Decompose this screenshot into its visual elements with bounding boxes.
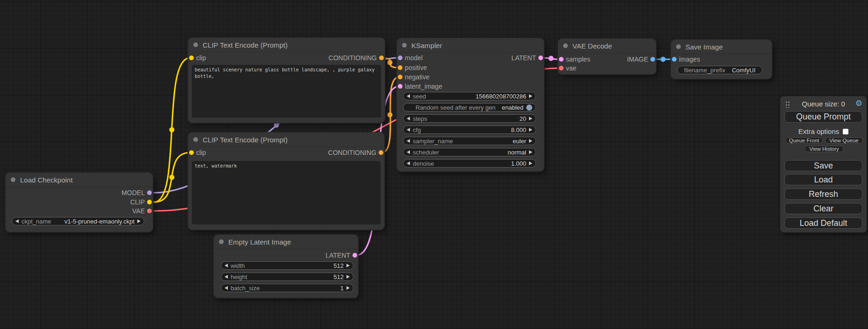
decrement-arrow-icon[interactable] (407, 128, 410, 132)
node-title-bar[interactable]: Save Image (671, 40, 772, 54)
collapse-dot-icon[interactable] (563, 43, 568, 48)
link-midpoint-dot (661, 57, 666, 62)
node-title-bar[interactable]: Load Checkpoint (6, 173, 153, 187)
toggle-knob-icon[interactable] (526, 105, 532, 111)
steps-widget[interactable]: steps 20 (403, 114, 536, 123)
increment-arrow-icon[interactable] (346, 286, 350, 290)
increment-arrow-icon[interactable] (529, 117, 532, 120)
widget-value: 512 (333, 262, 344, 269)
conditioning-output-port[interactable] (379, 56, 384, 60)
extra-options-checkbox[interactable] (843, 129, 848, 134)
increment-arrow-icon[interactable] (346, 264, 350, 267)
node-title-bar[interactable]: VAE Decode (558, 39, 656, 53)
latent-output-port[interactable] (538, 56, 543, 60)
collapse-dot-icon[interactable] (402, 43, 407, 48)
decrement-arrow-icon[interactable] (15, 219, 19, 223)
view-history-button[interactable]: View History (804, 146, 844, 152)
node-title-bar[interactable]: Empty Latent Image (214, 235, 358, 249)
link-midpoint-dot (388, 112, 393, 118)
clip-input-port[interactable] (189, 150, 194, 155)
clear-button[interactable]: Clear (784, 203, 862, 214)
increment-arrow-icon[interactable] (529, 128, 532, 132)
decrement-arrow-icon[interactable] (225, 275, 228, 279)
collapse-dot-icon[interactable] (193, 42, 198, 47)
vae-input-port[interactable] (559, 66, 564, 70)
refresh-button[interactable]: Refresh (784, 189, 862, 200)
filename-prefix-widget[interactable]: filename_prefix ComfyUI (677, 66, 762, 74)
decrement-arrow-icon[interactable] (407, 117, 410, 120)
cfg-widget[interactable]: cfg 8.000 (403, 126, 536, 134)
negative-input-port[interactable] (398, 75, 402, 79)
collapse-dot-icon[interactable] (11, 177, 15, 182)
samples-input-port[interactable] (559, 57, 564, 62)
ckpt-name-widget[interactable]: ckpt_name v1-5-pruned-emaonly.ckpt (12, 217, 144, 225)
prompt-text-widget[interactable]: text, watermark (192, 161, 381, 224)
latent-image-input-port[interactable] (398, 84, 402, 89)
decrement-arrow-icon[interactable] (225, 264, 228, 267)
node-ksampler[interactable]: KSampler model LATENT positive negative … (397, 38, 544, 171)
node-title: Save Image (685, 43, 723, 51)
decrement-arrow-icon[interactable] (407, 150, 410, 154)
collapse-dot-icon[interactable] (193, 137, 198, 142)
sampler-name-widget[interactable]: sampler_name euler (403, 137, 536, 145)
node-graph-canvas[interactable]: Load Checkpoint MODEL CLIP VAE ckpt_name… (0, 0, 868, 329)
node-load-checkpoint[interactable]: Load Checkpoint MODEL CLIP VAE ckpt_name… (6, 173, 153, 232)
collapse-dot-icon[interactable] (219, 239, 224, 244)
load-default-button[interactable]: Load Default (784, 217, 862, 229)
height-widget[interactable]: height 512 (221, 273, 353, 281)
denoise-widget[interactable]: denoise 1.000 (403, 159, 536, 168)
conditioning-output-port[interactable] (379, 150, 383, 155)
widget-value: 1 (340, 285, 344, 292)
settings-gear-icon[interactable]: ⚙ (855, 98, 862, 109)
prompt-text-widget[interactable]: beautiful scenery nature glass bottle la… (192, 65, 381, 118)
input-label-model: model (405, 54, 423, 62)
model-input-port[interactable] (398, 56, 402, 60)
decrement-arrow-icon[interactable] (407, 139, 410, 143)
collapse-dot-icon[interactable] (676, 44, 681, 49)
node-clip-text-encode-positive[interactable]: CLIP Text Encode (Prompt) clip CONDITION… (188, 38, 385, 123)
widget-label: cfg (413, 126, 421, 133)
model-output-port[interactable] (147, 190, 152, 195)
positive-input-port[interactable] (398, 65, 402, 70)
latent-output-port[interactable] (353, 253, 357, 258)
node-empty-latent-image[interactable]: Empty Latent Image LATENT width 512 heig… (214, 235, 358, 298)
save-button[interactable]: Save (784, 160, 862, 171)
scheduler-widget[interactable]: scheduler normal (403, 148, 536, 156)
node-title: Empty Latent Image (228, 238, 291, 246)
output-label-conditioning: CONDITIONING (328, 149, 376, 156)
queue-front-button[interactable]: Queue Front (785, 137, 823, 144)
node-vae-decode[interactable]: VAE Decode samples IMAGE vae (558, 39, 656, 74)
increment-arrow-icon[interactable] (346, 275, 350, 279)
increment-arrow-icon[interactable] (529, 150, 532, 154)
input-label-vae: vae (566, 64, 577, 72)
node-title: CLIP Text Encode (Prompt) (203, 136, 288, 144)
decrement-arrow-icon[interactable] (407, 161, 410, 165)
view-queue-button[interactable]: View Queue (825, 137, 863, 144)
increment-arrow-icon[interactable] (529, 139, 532, 143)
input-label-latent-image: latent_image (405, 83, 442, 90)
image-output-port[interactable] (650, 57, 655, 62)
increment-arrow-icon[interactable] (529, 94, 532, 98)
decrement-arrow-icon[interactable] (225, 286, 228, 290)
queue-prompt-button[interactable]: Queue Prompt (784, 111, 862, 123)
batch-size-widget[interactable]: batch_size 1 (221, 284, 353, 292)
load-button[interactable]: Load (784, 174, 862, 185)
increment-arrow-icon[interactable] (529, 161, 532, 165)
clip-output-port[interactable] (147, 200, 152, 204)
node-title-bar[interactable]: KSampler (397, 38, 544, 53)
node-title-bar[interactable]: CLIP Text Encode (Prompt) (188, 38, 385, 52)
queue-size-label: Queue size: 0 (780, 100, 867, 108)
decrement-arrow-icon[interactable] (407, 94, 410, 98)
node-title-bar[interactable]: CLIP Text Encode (Prompt) (188, 133, 384, 147)
clip-input-port[interactable] (189, 56, 194, 60)
random-seed-toggle-widget[interactable]: Random seed after every gen enabled (403, 103, 536, 112)
output-label-conditioning: CONDITIONING (329, 54, 377, 62)
node-clip-text-encode-negative[interactable]: CLIP Text Encode (Prompt) clip CONDITION… (188, 133, 384, 230)
images-input-port[interactable] (672, 57, 677, 62)
seed-widget[interactable]: seed 156680208700286 (403, 92, 536, 100)
width-widget[interactable]: width 512 (221, 261, 353, 270)
widget-label: seed (413, 93, 426, 100)
vae-output-port[interactable] (147, 209, 152, 213)
increment-arrow-icon[interactable] (137, 219, 141, 223)
node-save-image[interactable]: Save Image images filename_prefix ComfyU… (671, 40, 772, 79)
